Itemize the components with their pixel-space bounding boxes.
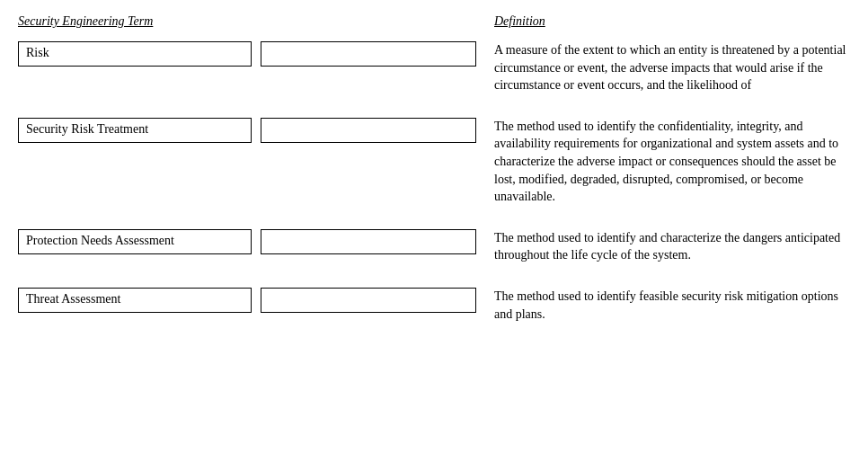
definition-cell: The method used to identify feasible sec… [476, 288, 850, 323]
definition-column-header: Definition [494, 14, 545, 28]
term-cell: Protection Needs Assessment [18, 229, 252, 254]
blank-cell[interactable] [261, 118, 476, 143]
definition-cell: The method used to identify and characte… [476, 229, 850, 264]
term-cell: Threat Assessment [18, 288, 252, 313]
header-definition-col: Definition [476, 14, 850, 29]
term-column-header: Security Engineering Term [18, 14, 153, 28]
main-table: Security Engineering Term Definition Ris… [18, 14, 850, 323]
table-body: RiskA measure of the extent to which an … [18, 36, 850, 323]
table-row: Security Risk TreatmentThe method used t… [18, 112, 850, 206]
table-row: Threat AssessmentThe method used to iden… [18, 282, 850, 323]
term-cell: Risk [18, 41, 252, 67]
table-row: Protection Needs AssessmentThe method us… [18, 224, 850, 264]
definition-cell: The method used to identify the confiden… [476, 118, 850, 206]
term-cell: Security Risk Treatment [18, 118, 252, 143]
definition-cell: A measure of the extent to which an enti… [476, 41, 850, 94]
header-term-col: Security Engineering Term [18, 14, 252, 29]
blank-cell[interactable] [261, 288, 476, 313]
table-header: Security Engineering Term Definition [18, 14, 850, 31]
blank-cell[interactable] [261, 229, 476, 254]
blank-cell[interactable] [261, 41, 476, 67]
table-row: RiskA measure of the extent to which an … [18, 36, 850, 94]
